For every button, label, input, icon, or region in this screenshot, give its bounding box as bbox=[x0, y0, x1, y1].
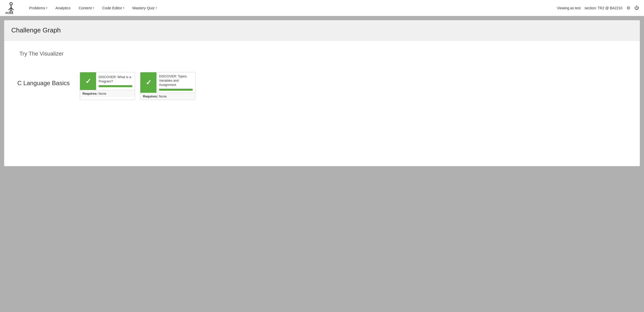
page-title: Challenge Graph bbox=[11, 26, 633, 34]
section-label: section: TR2 @ BA2210 bbox=[585, 6, 622, 10]
node-title-0: DISCOVER: What is a Program? bbox=[99, 75, 132, 84]
viewing-as-label: Viewing as test bbox=[557, 6, 581, 10]
exit-icon[interactable]: ⏻ bbox=[634, 5, 639, 11]
node-title-1: DISCOVER: Types, Variables and Assignmen… bbox=[159, 74, 193, 87]
node-content-0: DISCOVER: What is a Program? bbox=[96, 72, 135, 90]
node-card-top-0: ✓ DISCOVER: What is a Program? bbox=[80, 72, 135, 90]
nav-content[interactable]: Content ▾ bbox=[75, 4, 98, 12]
navbar: PCRS Problems ▾ Analytics Content ▾ Code… bbox=[0, 0, 644, 16]
graph-nodes-0: ✓ DISCOVER: What is a Program? Requires:… bbox=[80, 72, 195, 100]
gear-icon[interactable]: ⚙ bbox=[626, 5, 630, 11]
nav-problems[interactable]: Problems ▾ bbox=[26, 4, 51, 12]
node-progress-bar-0 bbox=[99, 85, 132, 87]
page-header: Challenge Graph bbox=[4, 20, 640, 40]
node-card-bottom-0: Requires: None bbox=[80, 90, 135, 97]
node-progress-fill-1 bbox=[159, 89, 193, 91]
mastery-quiz-chevron-icon: ▾ bbox=[156, 7, 157, 9]
nav-code-editor[interactable]: Code Editor ▾ bbox=[99, 4, 128, 12]
checkmark-icon-1: ✓ bbox=[146, 78, 151, 87]
pcrs-logo-icon: PCRS bbox=[5, 2, 17, 14]
requires-value-1: None bbox=[159, 94, 167, 98]
node-progress-fill-0 bbox=[99, 85, 132, 87]
graph-area: Try The Visualizer C Language Basics ✓ D… bbox=[4, 40, 640, 166]
node-card-1[interactable]: ✓ DISCOVER: Types, Variables and Assignm… bbox=[140, 72, 195, 100]
node-progress-bar-1 bbox=[159, 89, 193, 91]
requires-label-0: Requires: bbox=[83, 92, 98, 95]
node-card-bottom-1: Requires: None bbox=[140, 93, 195, 100]
code-editor-chevron-icon: ▾ bbox=[123, 7, 124, 9]
problems-chevron-icon: ▾ bbox=[46, 7, 47, 9]
graph-row-0: C Language Basics ✓ DISCOVER: What is a … bbox=[14, 72, 630, 100]
node-card-top-1: ✓ DISCOVER: Types, Variables and Assignm… bbox=[140, 72, 195, 93]
node-check-1: ✓ bbox=[140, 72, 156, 93]
logo-link[interactable]: PCRS bbox=[5, 2, 18, 14]
visualizer-text: Try The Visualizer bbox=[19, 50, 630, 57]
requires-label-1: Requires: bbox=[143, 94, 158, 98]
node-check-0: ✓ bbox=[80, 72, 96, 90]
content-chevron-icon: ▾ bbox=[93, 7, 94, 9]
graph-row-label-0: C Language Basics bbox=[14, 72, 70, 87]
main-container: Challenge Graph Try The Visualizer C Lan… bbox=[4, 20, 640, 166]
node-content-1: DISCOVER: Types, Variables and Assignmen… bbox=[156, 72, 195, 93]
nav-links: Problems ▾ Analytics Content ▾ Code Edit… bbox=[26, 4, 557, 12]
node-card-0[interactable]: ✓ DISCOVER: What is a Program? Requires:… bbox=[80, 72, 135, 100]
svg-text:PCRS: PCRS bbox=[6, 12, 13, 14]
checkmark-icon-0: ✓ bbox=[85, 77, 91, 85]
nav-mastery-quiz[interactable]: Mastery Quiz ▾ bbox=[129, 4, 160, 12]
nav-right: Viewing as test section: TR2 @ BA2210 ⚙ … bbox=[557, 5, 639, 11]
nav-analytics[interactable]: Analytics bbox=[52, 4, 74, 12]
requires-value-0: None bbox=[99, 92, 106, 95]
